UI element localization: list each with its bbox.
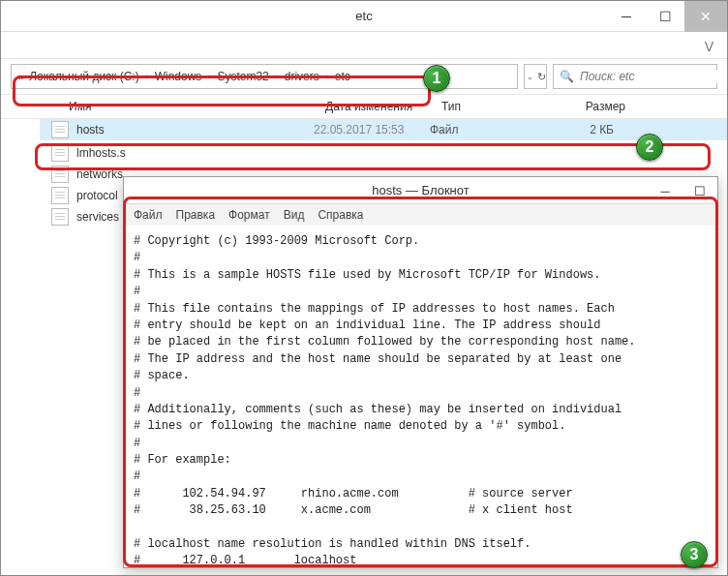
- breadcrumb-overflow-icon[interactable]: «: [17, 71, 23, 82]
- address-row: « Локальный диск (C:) › Windows › System…: [1, 59, 727, 94]
- chevron-right-icon: ›: [143, 72, 151, 81]
- file-name: protocol: [76, 189, 118, 202]
- notepad-minimize-button[interactable]: ─: [648, 177, 682, 204]
- breadcrumb-item[interactable]: drivers: [285, 70, 319, 83]
- file-icon: [51, 208, 69, 226]
- file-size: 2 КБ: [546, 123, 623, 136]
- search-icon: 🔍: [560, 70, 574, 83]
- ribbon-expand-icon[interactable]: ⋁: [705, 40, 713, 52]
- column-headers: Имя Дата изменения Тип Размер: [1, 94, 727, 119]
- notepad-maximize-button[interactable]: ☐: [682, 177, 717, 204]
- column-type[interactable]: Тип: [441, 100, 558, 113]
- breadcrumb-item[interactable]: etc: [335, 70, 350, 83]
- refresh-button[interactable]: ⌄ ↻: [524, 64, 547, 89]
- file-icon: [51, 144, 69, 162]
- notepad-titlebar[interactable]: hosts — Блокнот ─ ☐: [124, 177, 717, 204]
- notepad-window: hosts — Блокнот ─ ☐ Файл Правка Формат В…: [123, 176, 718, 568]
- window-controls: ─ ☐ ✕: [607, 1, 727, 32]
- minimize-button[interactable]: ─: [607, 1, 646, 32]
- notepad-menubar: Файл Правка Формат Вид Справка: [124, 204, 717, 226]
- file-name: services: [76, 210, 119, 224]
- file-row[interactable]: lmhosts.s: [40, 142, 727, 164]
- ribbon-row: ⋁: [1, 32, 727, 59]
- maximize-button[interactable]: ☐: [646, 1, 684, 32]
- notepad-title: hosts — Блокнот: [372, 183, 469, 197]
- breadcrumb-item[interactable]: Windows: [155, 70, 202, 83]
- column-name[interactable]: Имя: [69, 100, 325, 113]
- refresh-icon: ↻: [537, 71, 546, 83]
- file-type: Файл: [430, 123, 546, 136]
- menu-view[interactable]: Вид: [284, 208, 305, 222]
- breadcrumb[interactable]: « Локальный диск (C:) › Windows › System…: [11, 64, 518, 89]
- close-button[interactable]: ✕: [684, 1, 727, 32]
- menu-format[interactable]: Формат: [228, 208, 270, 222]
- file-icon: [51, 121, 69, 138]
- breadcrumb-item[interactable]: System32: [217, 70, 268, 83]
- sidebar-tree[interactable]: [1, 119, 40, 227]
- notepad-window-controls: ─ ☐: [648, 177, 717, 204]
- file-row-hosts[interactable]: hosts 22.05.2017 15:53 Файл 2 КБ: [40, 119, 727, 140]
- explorer-titlebar: etc ─ ☐ ✕: [1, 1, 727, 32]
- file-name: networks: [76, 167, 123, 181]
- column-size[interactable]: Размер: [558, 100, 635, 113]
- menu-edit[interactable]: Правка: [176, 208, 216, 222]
- chevron-down-icon: ⌄: [527, 73, 533, 81]
- search-input[interactable]: [580, 70, 726, 83]
- breadcrumb-item[interactable]: Локальный диск (C:): [29, 70, 139, 83]
- explorer-title: etc: [355, 9, 372, 23]
- chevron-right-icon: ›: [273, 72, 281, 81]
- chevron-right-icon: ›: [205, 72, 213, 81]
- file-name: hosts: [76, 123, 314, 136]
- menu-help[interactable]: Справка: [318, 208, 363, 222]
- file-icon: [51, 166, 69, 183]
- file-name: lmhosts.s: [76, 146, 126, 160]
- search-box[interactable]: 🔍: [553, 64, 717, 89]
- chevron-right-icon: ›: [323, 72, 331, 81]
- file-icon: [51, 187, 69, 204]
- menu-file[interactable]: Файл: [134, 208, 163, 222]
- column-date[interactable]: Дата изменения: [325, 100, 441, 113]
- file-date: 22.05.2017 15:53: [314, 123, 430, 136]
- notepad-content[interactable]: # Copyright (c) 1993-2009 Microsoft Corp…: [124, 226, 717, 567]
